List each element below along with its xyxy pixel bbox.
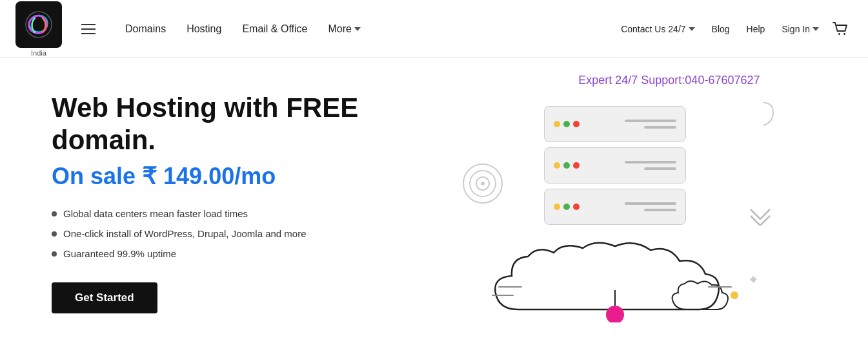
server-stack bbox=[544, 106, 686, 225]
dot-yellow-3 bbox=[554, 204, 560, 210]
logo-area[interactable]: India bbox=[15, 1, 62, 57]
hamburger-line-1 bbox=[81, 24, 96, 25]
hero-left: Web Hosting with FREE domain. On sale ₹ … bbox=[52, 92, 413, 313]
dot-green-1 bbox=[563, 121, 570, 127]
feature-item-3: Guaranteed 99.9% uptime bbox=[52, 248, 387, 259]
dot-yellow-2 bbox=[554, 162, 560, 169]
dot-green-2 bbox=[563, 162, 570, 169]
more-chevron-icon bbox=[354, 27, 361, 31]
hamburger-line-2 bbox=[81, 28, 96, 30]
bullet-icon-2 bbox=[52, 231, 57, 237]
bullet-icon-3 bbox=[52, 251, 57, 257]
cloud-svg bbox=[479, 238, 751, 322]
hamburger-line-3 bbox=[81, 33, 96, 34]
get-started-button[interactable]: Get Started bbox=[52, 282, 157, 313]
dot-green-3 bbox=[563, 204, 570, 210]
signin-chevron-icon bbox=[812, 27, 819, 31]
server-lines-2 bbox=[585, 161, 676, 170]
hero-right: Expert 24/7 Support:040-67607627 bbox=[413, 67, 816, 339]
server-card-3 bbox=[544, 189, 686, 225]
svg-point-2 bbox=[843, 33, 845, 35]
hero-section: Web Hosting with FREE domain. On sale ₹ … bbox=[0, 58, 868, 347]
server-dots-2 bbox=[554, 162, 580, 169]
contact-link[interactable]: Contact Us 24/7 bbox=[614, 20, 701, 38]
nav-item-hosting[interactable]: Hosting bbox=[179, 18, 229, 40]
cart-icon bbox=[832, 20, 850, 38]
logo-label: India bbox=[31, 49, 46, 57]
server-line-short-2 bbox=[644, 167, 676, 170]
feature-item-1: Global data centers mean faster load tim… bbox=[52, 208, 387, 219]
help-link[interactable]: Help bbox=[740, 20, 772, 38]
server-lines-3 bbox=[585, 202, 676, 211]
server-line-long-2 bbox=[625, 161, 676, 163]
nav-item-email-office[interactable]: Email & Office bbox=[234, 18, 315, 40]
target-circles bbox=[460, 161, 505, 209]
hero-features-list: Global data centers mean faster load tim… bbox=[52, 208, 387, 259]
support-text: Expert 24/7 Support:040-67607627 bbox=[578, 74, 760, 87]
server-card-2 bbox=[544, 147, 686, 184]
hero-headline: Web Hosting with FREE domain. bbox=[52, 92, 387, 156]
svg-point-4 bbox=[606, 306, 624, 322]
deco-diamond: ◆ bbox=[750, 273, 757, 284]
dot-red-3 bbox=[573, 204, 580, 210]
svg-point-8 bbox=[731, 291, 738, 299]
server-illustration: + ◆ bbox=[447, 96, 783, 329]
dot-red-1 bbox=[573, 121, 580, 127]
dot-red-2 bbox=[573, 162, 580, 169]
contact-chevron-icon bbox=[689, 27, 695, 31]
server-dots-1 bbox=[554, 121, 580, 127]
nav-item-domains[interactable]: Domains bbox=[117, 18, 174, 40]
logo-icon bbox=[23, 9, 54, 40]
hero-price: On sale ₹ 149.00/mo bbox=[52, 163, 387, 190]
logo-box bbox=[15, 1, 62, 48]
server-line-short-3 bbox=[644, 209, 676, 211]
server-line-long-1 bbox=[625, 120, 676, 122]
feature-item-2: One-click install of WordPress, Drupal, … bbox=[52, 228, 387, 239]
cart-button[interactable] bbox=[829, 17, 853, 41]
main-nav: Domains Hosting Email & Office More bbox=[117, 18, 614, 40]
dot-yellow-1 bbox=[554, 121, 560, 127]
server-line-long-3 bbox=[625, 202, 676, 205]
server-line-short-1 bbox=[644, 126, 676, 129]
deco-curve-right bbox=[731, 100, 776, 134]
server-dots-3 bbox=[554, 204, 580, 210]
blog-link[interactable]: Blog bbox=[705, 20, 736, 38]
signin-link[interactable]: Sign In bbox=[775, 20, 825, 38]
server-lines-1 bbox=[585, 120, 676, 129]
right-nav: Contact Us 24/7 Blog Help Sign In bbox=[614, 17, 853, 41]
nav-item-more[interactable]: More bbox=[320, 18, 368, 40]
svg-point-1 bbox=[838, 33, 840, 35]
svg-point-12 bbox=[481, 182, 485, 185]
server-card-1 bbox=[544, 106, 686, 142]
bullet-icon-1 bbox=[52, 211, 57, 216]
hamburger-menu[interactable] bbox=[77, 20, 99, 38]
deco-chevrons bbox=[747, 206, 773, 228]
